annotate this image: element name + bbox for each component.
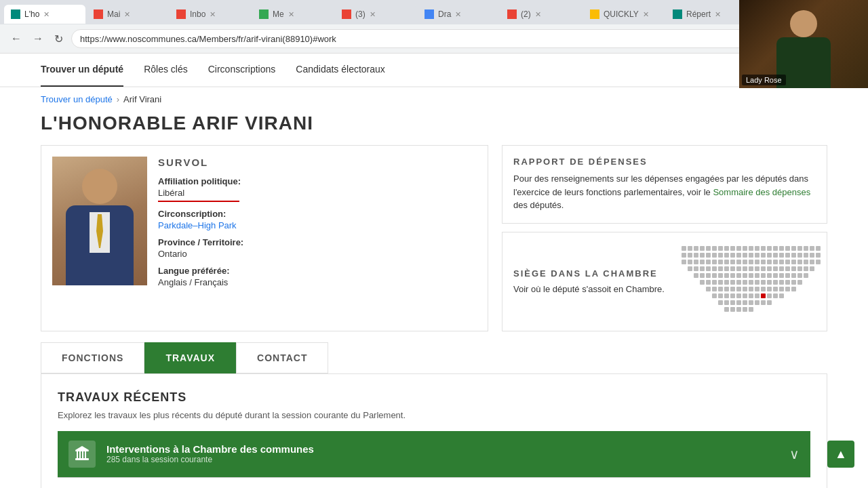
svg-rect-105	[785, 273, 790, 278]
page-content: Trouver un député › Arif Virani L'HONORA…	[0, 87, 868, 488]
tab-2[interactable]: (2) ✕	[500, 5, 582, 24]
tab-inbo[interactable]: Inbo ✕	[170, 5, 251, 24]
svg-rect-87	[797, 266, 802, 271]
svg-rect-40	[785, 253, 790, 258]
svg-rect-55	[736, 260, 741, 264]
svg-rect-127	[712, 287, 717, 291]
svg-rect-75	[724, 266, 729, 271]
svg-rect-22	[816, 246, 821, 251]
tab-close[interactable]: ✕	[288, 10, 294, 19]
right-column: RAPPORT DE DÉPENSES Pour des renseigneme…	[502, 145, 827, 331]
svg-rect-91	[700, 273, 705, 278]
seats-svg: /* seats drawn below */	[680, 243, 823, 318]
tab-travaux[interactable]: TRAVAUX	[144, 342, 236, 373]
svg-rect-80	[755, 266, 760, 271]
tab-close[interactable]: ✕	[370, 10, 376, 19]
browser-chrome: L'ho ✕ Mai ✕ Inbo ✕ Me ✕ (3) ✕ Dra ✕	[0, 0, 868, 54]
svg-rect-48	[694, 260, 698, 264]
svg-rect-85	[785, 266, 790, 271]
back-button[interactable]: ←	[8, 30, 24, 47]
tab-close[interactable]: ✕	[455, 10, 461, 19]
breadcrumb-parent-link[interactable]: Trouver un député	[41, 94, 113, 104]
svg-rect-59	[761, 260, 766, 264]
svg-rect-92	[706, 273, 711, 278]
svg-rect-86	[791, 266, 796, 271]
svg-rect-17	[785, 246, 790, 251]
tab-close[interactable]: ✕	[210, 10, 216, 19]
svg-rect-88	[804, 266, 808, 271]
tab-me[interactable]: Me ✕	[252, 5, 334, 24]
affiliation-value: Libéral	[158, 188, 477, 198]
svg-rect-63	[785, 260, 790, 264]
address-input[interactable]	[71, 29, 818, 48]
svg-rect-42	[797, 253, 802, 258]
svg-rect-90	[694, 273, 698, 278]
work-item-interventions[interactable]: Interventions à la Chambre des communes …	[58, 431, 810, 478]
tab-contact[interactable]: CONTACT	[236, 342, 328, 373]
svg-rect-164	[736, 307, 741, 312]
sommaire-link[interactable]: Sommaire des dépenses	[713, 187, 810, 197]
tab-close[interactable]: ✕	[43, 10, 50, 19]
tab-rep[interactable]: Répert ✕	[666, 5, 747, 24]
scroll-to-top-button[interactable]: ▲	[827, 441, 854, 468]
svg-rect-36	[761, 253, 766, 258]
reload-button[interactable]: ↻	[52, 30, 66, 48]
tab-close[interactable]: ✕	[535, 10, 541, 19]
address-bar: ← → ↻ ☆ ⋮	[0, 24, 868, 53]
svg-rect-26	[700, 253, 705, 258]
tab-dra[interactable]: Dra ✕	[418, 5, 499, 24]
svg-rect-131	[736, 287, 741, 291]
svg-rect-68	[816, 260, 821, 264]
tab-label: QUICKLY	[604, 9, 639, 19]
svg-rect-61	[773, 260, 778, 264]
circonscription-link[interactable]: Parkdale–High Park	[158, 220, 237, 230]
svg-rect-118	[755, 280, 760, 285]
site-nav: Trouver un député Rôles clés Circonscrip…	[0, 54, 868, 87]
tab-quickly[interactable]: QUICKLY ✕	[583, 5, 665, 24]
chamber-visual[interactable]: /* seats drawn below */	[680, 243, 816, 320]
svg-rect-162	[724, 307, 729, 312]
tab-3[interactable]: (3) ✕	[335, 5, 416, 24]
svg-rect-21	[810, 246, 814, 251]
svg-rect-32	[736, 253, 741, 258]
chevron-down-icon: ∨	[789, 446, 800, 462]
province-value: Ontario	[158, 249, 477, 259]
tab-favicon	[673, 9, 682, 19]
svg-rect-30	[724, 253, 729, 258]
work-item-subtitle: 285 dans la session courante	[106, 455, 778, 464]
tab-favicon	[11, 9, 20, 19]
tab-label: (3)	[355, 9, 366, 19]
affiliation-label: Affiliation politique:	[158, 176, 477, 186]
svg-rect-69	[688, 266, 692, 271]
tab-close[interactable]: ✕	[124, 10, 130, 19]
breadcrumb: Trouver un député › Arif Virani	[41, 94, 827, 104]
svg-rect-3	[700, 246, 705, 251]
svg-rect-70	[694, 266, 698, 271]
forward-button[interactable]: →	[30, 30, 46, 47]
tab-close[interactable]: ✕	[715, 10, 721, 19]
svg-rect-53	[724, 260, 729, 264]
nav-item-candidats[interactable]: Candidats électoraux	[296, 53, 385, 87]
tab-label: (2)	[521, 9, 531, 19]
svg-rect-145	[736, 293, 741, 298]
tab-fonctions[interactable]: FONCTIONS	[41, 342, 144, 373]
tab-active[interactable]: L'ho ✕	[4, 5, 85, 24]
svg-rect-158	[749, 300, 753, 305]
nav-item-circonscriptions[interactable]: Circonscriptions	[208, 53, 276, 87]
svg-rect-122	[779, 280, 784, 285]
nav-item-trouver[interactable]: Trouver un député	[41, 53, 123, 87]
tab-label: Inbo	[190, 9, 205, 19]
tab-mai[interactable]: Mai ✕	[87, 5, 168, 24]
svg-rect-132	[743, 287, 747, 291]
tab-close[interactable]: ✕	[643, 10, 649, 19]
langue-label: Langue préférée:	[158, 266, 477, 276]
nav-item-roles[interactable]: Rôles clés	[144, 53, 188, 87]
svg-rect-119	[761, 280, 766, 285]
svg-rect-124	[791, 280, 796, 285]
svg-rect-155	[730, 300, 735, 305]
svg-rect-98	[743, 273, 747, 278]
svg-rect-159	[755, 300, 760, 305]
svg-rect-15	[773, 246, 778, 251]
svg-rect-112	[718, 280, 723, 285]
svg-rect-126	[706, 287, 711, 291]
